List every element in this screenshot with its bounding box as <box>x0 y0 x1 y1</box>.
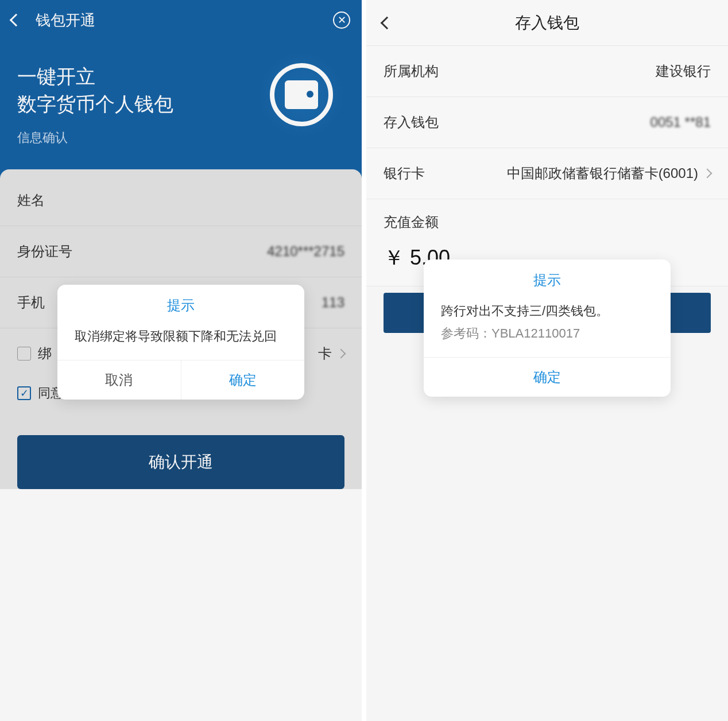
wallet-ring-icon <box>270 63 333 126</box>
org-label: 所属机构 <box>384 62 439 80</box>
checkbox-checked-icon[interactable]: ✓ <box>17 386 31 400</box>
wallet-value: 0051 **81 <box>650 114 711 130</box>
row-wallet[interactable]: 存入钱包 0051 **81 <box>366 97 728 148</box>
checkbox-unchecked-icon[interactable] <box>17 347 31 360</box>
wallet-icon <box>285 80 318 109</box>
modal-actions: 取消 确定 <box>57 360 304 400</box>
cancel-button[interactable]: 取消 <box>57 360 181 400</box>
card-label: 银行卡 <box>384 164 425 183</box>
phone-label: 手机 <box>17 293 45 312</box>
bind-suffix: 卡 <box>318 344 332 363</box>
card-right: 中国邮政储蓄银行储蓄卡(6001) <box>507 164 711 183</box>
screen-deposit: 存入钱包 所属机构 建设银行 存入钱包 0051 **81 银行卡 中国邮政储蓄… <box>364 0 728 721</box>
back-icon[interactable] <box>381 16 394 29</box>
org-value: 建设银行 <box>656 62 711 80</box>
confirm-open-button[interactable]: 确认开通 <box>17 435 344 489</box>
modal-body: 取消绑定将导致限额下降和无法兑回 <box>57 323 304 360</box>
wallet-label: 存入钱包 <box>384 113 439 131</box>
header-title: 存入钱包 <box>515 12 579 34</box>
header-bar: 存入钱包 <box>366 0 728 46</box>
id-value: 4210***2715 <box>267 243 344 259</box>
modal-ref: 参考码：YBLA12110017 <box>441 323 653 343</box>
card-value: 中国邮政储蓄银行储蓄卡(6001) <box>507 164 698 183</box>
modal-title: 提示 <box>57 285 304 323</box>
modal-actions: 确定 <box>424 357 671 397</box>
modal-body: 跨行对出不支持三/四类钱包。 参考码：YBLA12110017 <box>424 297 671 357</box>
modal-tip: 提示 跨行对出不支持三/四类钱包。 参考码：YBLA12110017 确定 <box>424 259 671 397</box>
amount-label: 充值金额 <box>366 199 728 238</box>
chevron-right-icon <box>703 169 712 179</box>
back-icon[interactable] <box>10 14 23 27</box>
modal-tip: 提示 取消绑定将导致限额下降和无法兑回 取消 确定 <box>57 285 304 400</box>
hero-banner: 一键开立 数字货币个人钱包 信息确认 <box>0 40 362 181</box>
header-title: 钱包开通 <box>36 10 95 30</box>
name-label: 姓名 <box>17 191 45 210</box>
id-label: 身份证号 <box>17 242 72 261</box>
ref-label: 参考码： <box>441 326 491 340</box>
ok-button[interactable]: 确定 <box>424 358 671 397</box>
ok-button[interactable]: 确定 <box>181 360 305 400</box>
row-card[interactable]: 银行卡 中国邮政储蓄银行储蓄卡(6001) <box>366 148 728 199</box>
screen-wallet-open: 钱包开通 ✕ 一键开立 数字货币个人钱包 信息确认 姓名 身份证号 4210**… <box>0 0 364 721</box>
modal-message: 跨行对出不支持三/四类钱包。 <box>441 301 653 321</box>
modal-title: 提示 <box>424 259 671 297</box>
row-org: 所属机构 建设银行 <box>366 46 728 97</box>
header-bar: 钱包开通 ✕ <box>0 0 362 40</box>
bind-label: 绑 <box>38 344 52 363</box>
row-name[interactable]: 姓名 <box>0 175 362 226</box>
ref-value: YBLA12110017 <box>491 326 580 340</box>
close-icon[interactable]: ✕ <box>333 11 350 29</box>
chevron-right-icon <box>336 349 346 359</box>
row-id[interactable]: 身份证号 4210***2715 <box>0 226 362 277</box>
wallet-badge <box>258 52 344 138</box>
phone-value: 113 <box>322 294 344 311</box>
